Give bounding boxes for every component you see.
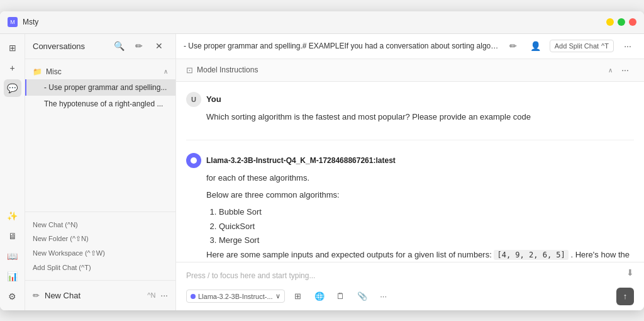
new-chat-bar[interactable]: ✏ New Chat ^N ··· — [25, 280, 175, 310]
app-title: Msty — [23, 18, 38, 26]
chat-header: - Use proper grammar and spelling.# EXAM… — [176, 34, 644, 59]
model-inst-text: Model Instructions — [197, 65, 604, 74]
person-button[interactable]: 👤 — [527, 37, 545, 55]
minimize-button[interactable] — [606, 18, 614, 26]
sidebar-title: Conversations — [33, 42, 105, 51]
input-tool-attach[interactable]: 📎 — [354, 288, 370, 305]
model-instructions-bar: ⊡ Model Instructions ∧ ··· — [176, 59, 644, 82]
monitor-icon-button[interactable]: 🖥 — [4, 227, 21, 245]
chat-item-0[interactable]: - Use proper grammar and spelling... — [25, 79, 175, 96]
main-layout: ⊞ + 💬 ✨ 🖥 📖 📊 ⚙ Conversations 🔍 ✏ ✕ — [0, 34, 644, 310]
new-chat-pencil-icon: ✏ — [33, 291, 40, 300]
ai-algorithm-list: Bubble Sort QuickSort Merge Sort — [206, 206, 634, 247]
chat-item-1[interactable]: The hypotenuse of a right-angled ... — [25, 96, 175, 112]
ai-avatar — [186, 153, 201, 168]
sidebar-header-icons: 🔍 ✏ ✕ — [110, 37, 168, 55]
input-toolbar: Llama-3.2-3B-Instruct-... ∨ ⊞ 🌐 🗒 📎 ··· … — [186, 288, 634, 305]
model-selector-chevron: ∨ — [275, 292, 280, 300]
sidebar-edit-button[interactable]: ✏ — [130, 37, 148, 55]
add-split-chat-footer-item[interactable]: Add Split Chat (^T) — [33, 262, 168, 273]
new-chat-more-icon[interactable]: ··· — [160, 290, 168, 300]
folder-name: Misc — [46, 67, 160, 76]
ai-intro-text: Below are three common algorithms: — [206, 189, 634, 202]
icon-bar-top: ⊞ + 💬 — [4, 39, 21, 97]
sidebar-content: 📁 Misc ∧ - Use proper grammar and spelli… — [25, 59, 175, 211]
sidebar-search-button[interactable]: 🔍 — [110, 37, 128, 55]
sidebar-header: Conversations 🔍 ✏ ✕ — [25, 34, 175, 59]
model-selector[interactable]: Llama-3.2-3B-Instruct-... ∨ — [186, 290, 285, 303]
app-window: M Msty ⊞ + 💬 ✨ 🖥 📖 📊 ⚙ — [0, 11, 644, 310]
user-avatar: U — [186, 92, 201, 107]
model-inst-toggle-icon[interactable]: ∧ — [608, 67, 613, 74]
icon-bar: ⊞ + 💬 ✨ 🖥 📖 📊 ⚙ — [0, 34, 25, 310]
message-user-header: U You — [186, 92, 634, 107]
ai-message-header: Llama-3.2-3B-Instruct-Q4_K_M-17284688672… — [186, 153, 634, 168]
ai-sample-text: Here are some sample inputs and expected… — [206, 249, 634, 261]
chat-header-actions: ✏ 👤 Add Split Chat ^T ··· — [504, 37, 636, 55]
app-icon: M — [8, 17, 18, 27]
close-button[interactable] — [629, 18, 636, 26]
add-split-chat-button[interactable]: Add Split Chat ^T — [550, 40, 614, 52]
icon-bar-bottom: ✨ 🖥 📖 📊 ⚙ — [4, 207, 21, 305]
message-user: U You Which sorting algorithm is the fas… — [186, 92, 634, 128]
input-tool-more[interactable]: ··· — [375, 288, 392, 305]
chat-area: - Use proper grammar and spelling.# EXAM… — [176, 34, 644, 310]
user-sender-name: You — [206, 94, 221, 104]
new-chat-footer-item[interactable]: New Chat (^N) — [33, 220, 168, 230]
input-area: Press / to focus here and start typing..… — [176, 262, 644, 310]
sidebar-close-button[interactable]: ✕ — [150, 37, 168, 55]
input-tool-web[interactable]: 🌐 — [311, 288, 328, 305]
send-icon: ↑ — [623, 291, 628, 301]
model-dot — [191, 294, 196, 299]
new-folder-footer-item[interactable]: New Folder (^⇧N) — [33, 234, 168, 244]
messages-container: U You Which sorting algorithm is the fas… — [176, 82, 644, 262]
ai-prefix-text: for each of these algorithms. — [206, 172, 634, 185]
svg-point-0 — [191, 157, 197, 164]
title-bar-controls — [606, 18, 636, 26]
list-item-2: Merge Sort — [219, 234, 634, 247]
input-tool-note[interactable]: 🗒 — [333, 288, 349, 305]
settings-icon-button[interactable]: ⚙ — [4, 288, 21, 305]
sidebar: Conversations 🔍 ✏ ✕ 📁 Misc ∧ - Use prope… — [25, 34, 176, 310]
new-workspace-footer-item[interactable]: New Workspace (^⇧W) — [33, 248, 168, 259]
model-inst-icon: ⊡ — [186, 65, 193, 75]
add-split-chat-label: Add Split Chat — [555, 42, 599, 50]
user-message-body: Which sorting algorithm is the fastest a… — [186, 111, 634, 128]
add-button[interactable]: + — [4, 59, 21, 77]
folder-header-misc[interactable]: 📁 Misc ∧ — [25, 64, 175, 79]
new-chat-label: New Chat — [45, 291, 142, 300]
chat-header-title: - Use proper grammar and spelling.# EXAM… — [184, 42, 499, 50]
more-options-button[interactable]: ··· — [619, 37, 636, 55]
sidebar-footer: New Chat (^N) New Folder (^⇧N) New Works… — [25, 211, 175, 280]
list-item-0: Bubble Sort — [219, 206, 634, 219]
ai-model-name: Llama-3.2-3B-Instruct-Q4_K_M-17284688672… — [206, 156, 396, 165]
title-bar-left: M Msty — [8, 17, 606, 27]
title-bar: M Msty — [0, 11, 644, 34]
send-button[interactable]: ↑ — [616, 288, 634, 305]
chat-icon-button[interactable]: 💬 — [4, 79, 21, 97]
folder-toggle-icon: ∧ — [164, 68, 168, 75]
model-inst-more-button[interactable]: ··· — [616, 61, 634, 79]
ai-message-body: for each of these algorithms. Below are … — [186, 172, 634, 261]
list-item-1: QuickSort — [219, 220, 634, 234]
input-placeholder[interactable]: Press / to focus here and start typing..… — [186, 269, 634, 285]
grid-icon-button[interactable]: ⊞ — [4, 39, 21, 57]
folder-icon: 📁 — [33, 67, 42, 76]
message-divider — [186, 140, 634, 140]
sparkle-icon-button[interactable]: ✨ — [4, 207, 21, 225]
add-split-chat-shortcut: ^T — [601, 42, 609, 50]
edit-title-button[interactable]: ✏ — [504, 37, 522, 55]
chart-icon-button[interactable]: 📊 — [4, 268, 21, 285]
model-selector-label: Llama-3.2-3B-Instruct-... — [198, 293, 273, 300]
input-tool-grid[interactable]: ⊞ — [290, 288, 306, 305]
message-ai: Llama-3.2-3B-Instruct-Q4_K_M-17284688672… — [186, 153, 634, 261]
code-sample: [4, 9, 2, 6, 5] — [494, 250, 568, 260]
book-icon-button[interactable]: 📖 — [4, 247, 21, 265]
user-message-text: Which sorting algorithm is the fastest a… — [206, 111, 634, 124]
maximize-button[interactable] — [618, 18, 625, 26]
new-chat-shortcut: ^N — [147, 291, 155, 299]
folder-group-misc: 📁 Misc ∧ - Use proper grammar and spelli… — [25, 64, 175, 112]
